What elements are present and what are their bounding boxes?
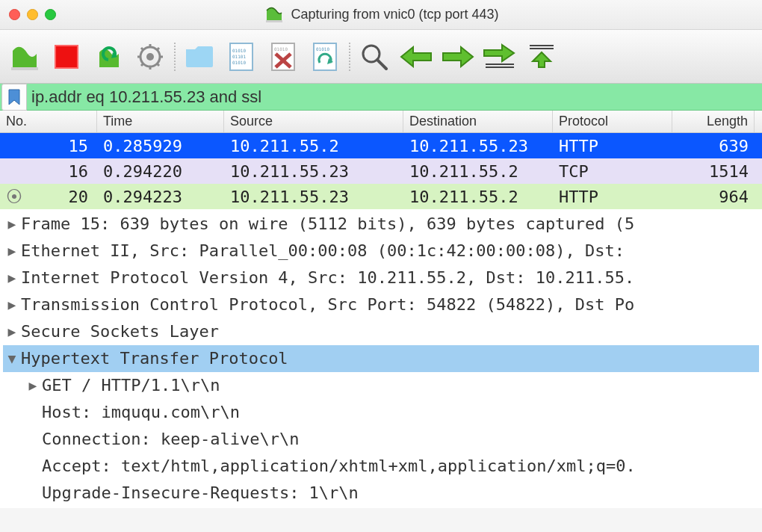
cell-src: 10.211.55.23 — [224, 159, 403, 184]
window-title: Capturing from vnic0 (tcp port 443) — [291, 7, 498, 22]
cell-proto: HTTP — [553, 134, 672, 158]
tree-item[interactable]: ▼Hypertext Transfer Protocol — [3, 345, 759, 372]
start-capture-button[interactable] — [6, 38, 43, 75]
column-source[interactable]: Source — [224, 111, 403, 132]
cell-dst: 10.211.55.23 — [403, 134, 553, 158]
svg-text:01010: 01010 — [232, 60, 246, 65]
window-controls — [9, 9, 56, 20]
open-file-button[interactable] — [181, 38, 218, 75]
display-filter-bar — [0, 84, 762, 111]
tree-label: Upgrade-Insecure-Requests: 1\r\n — [42, 480, 359, 507]
tree-item[interactable]: Host: imququ.com\r\n — [3, 399, 759, 426]
cell-no: 16 — [16, 162, 88, 181]
svg-line-9 — [141, 48, 143, 50]
tree-item[interactable]: Connection: keep-alive\r\n — [3, 426, 759, 453]
toolbar-separator — [173, 38, 176, 75]
tree-label: Host: imququ.com\r\n — [42, 399, 240, 426]
tree-label: Internet Protocol Version 4, Src: 10.211… — [21, 265, 634, 291]
tree-label: Frame 15: 639 bytes on wire (5112 bits),… — [21, 211, 634, 238]
svg-point-4 — [146, 53, 154, 61]
packet-row[interactable]: ⦿20 0.294223 10.211.55.23 10.211.55.2 HT… — [0, 184, 762, 209]
find-button[interactable] — [356, 38, 393, 75]
display-filter-input[interactable] — [27, 84, 762, 110]
svg-line-24 — [377, 60, 386, 69]
close-window-button[interactable] — [9, 9, 20, 20]
tree-label: Transmission Control Protocol, Src Port:… — [21, 291, 634, 318]
svg-rect-0 — [266, 20, 282, 22]
cell-dst: 10.211.55.2 — [403, 185, 553, 209]
cell-proto: HTTP — [553, 185, 672, 209]
svg-text:01010: 01010 — [316, 46, 329, 52]
disclosure-right-icon[interactable]: ▶ — [3, 238, 21, 265]
save-file-button[interactable]: 01010 01101 01010 — [223, 38, 260, 75]
disclosure-right-icon[interactable]: ▶ — [24, 372, 42, 399]
disclosure-down-icon[interactable]: ▼ — [3, 345, 21, 372]
tree-label: Accept: text/html,application/xhtml+xml,… — [42, 453, 636, 480]
packet-details-pane: ▶Frame 15: 639 bytes on wire (5112 bits)… — [0, 209, 762, 508]
tree-label: Ethernet II, Src: Parallel_00:00:08 (00:… — [21, 238, 625, 265]
svg-line-11 — [157, 48, 159, 50]
cell-time: 0.294223 — [97, 185, 224, 209]
go-back-button[interactable] — [397, 38, 435, 75]
column-destination[interactable]: Destination — [403, 111, 553, 132]
tree-item[interactable]: ▶Ethernet II, Src: Parallel_00:00:08 (00… — [3, 238, 759, 265]
column-no[interactable]: No. — [0, 111, 97, 132]
column-protocol[interactable]: Protocol — [553, 111, 672, 132]
toolbar: 01010 01101 01010 01010 01010 — [0, 30, 762, 84]
tree-item[interactable]: ▶GET / HTTP/1.1\r\n — [3, 372, 759, 399]
disclosure-right-icon[interactable]: ▶ — [3, 318, 21, 345]
bookmark-filter-icon[interactable] — [1, 84, 27, 111]
tree-item[interactable]: ▶Secure Sockets Layer — [3, 318, 759, 345]
titlebar: Capturing from vnic0 (tcp port 443) — [0, 0, 762, 30]
cell-no: 20 — [16, 188, 88, 206]
svg-line-10 — [157, 64, 159, 66]
cell-no: 15 — [16, 137, 88, 155]
cell-len: 639 — [672, 134, 755, 158]
tree-item[interactable]: Upgrade-Insecure-Requests: 1\r\n — [3, 480, 759, 507]
cell-time: 0.294220 — [97, 159, 224, 184]
cell-dst: 10.211.55.2 — [403, 159, 553, 184]
disclosure-right-icon[interactable]: ▶ — [3, 291, 21, 318]
capture-options-button[interactable] — [131, 38, 169, 75]
tree-item[interactable]: Accept: text/html,application/xhtml+xml,… — [3, 453, 759, 480]
svg-line-12 — [141, 64, 143, 66]
tree-item[interactable]: ▶Frame 15: 639 bytes on wire (5112 bits)… — [3, 211, 759, 238]
tree-label: Hypertext Transfer Protocol — [21, 345, 288, 372]
cell-src: 10.211.55.2 — [224, 134, 403, 158]
tree-item[interactable]: ▶Internet Protocol Version 4, Src: 10.21… — [3, 265, 759, 291]
svg-text:01101: 01101 — [232, 54, 246, 59]
cell-len: 1514 — [672, 159, 755, 184]
go-to-first-button[interactable] — [523, 38, 560, 75]
cell-src: 10.211.55.23 — [224, 185, 403, 209]
zoom-window-button[interactable] — [45, 9, 56, 20]
tree-item[interactable]: ▶Transmission Control Protocol, Src Port… — [3, 291, 759, 318]
cell-proto: TCP — [553, 159, 672, 184]
restart-capture-button[interactable] — [90, 38, 127, 75]
disclosure-right-icon[interactable]: ▶ — [3, 265, 21, 291]
packet-row[interactable]: 16 0.294220 10.211.55.23 10.211.55.2 TCP… — [0, 158, 762, 184]
tree-label: GET / HTTP/1.1\r\n — [42, 372, 220, 399]
minimize-window-button[interactable] — [27, 9, 38, 20]
svg-text:01010: 01010 — [232, 48, 246, 53]
go-forward-button[interactable] — [439, 38, 477, 75]
svg-rect-1 — [11, 67, 38, 70]
toolbar-separator — [348, 38, 351, 75]
go-to-packet-button[interactable] — [481, 38, 518, 75]
tree-label: Secure Sockets Layer — [21, 318, 219, 345]
svg-rect-2 — [55, 46, 78, 68]
close-file-button[interactable]: 01010 — [264, 38, 302, 75]
tree-label: Connection: keep-alive\r\n — [42, 426, 299, 453]
disclosure-right-icon[interactable]: ▶ — [3, 211, 21, 238]
column-length[interactable]: Length — [672, 111, 755, 132]
cell-len: 964 — [672, 185, 755, 209]
packet-list-header: No. Time Source Destination Protocol Len… — [0, 111, 762, 133]
stop-capture-button[interactable] — [48, 38, 85, 75]
packet-row[interactable]: 15 0.285929 10.211.55.2 10.211.55.23 HTT… — [0, 133, 762, 158]
reload-file-button[interactable]: 01010 — [306, 38, 344, 75]
column-time[interactable]: Time — [97, 111, 224, 132]
cell-time: 0.285929 — [97, 134, 224, 158]
svg-text:01010: 01010 — [274, 46, 288, 52]
wireshark-icon — [265, 6, 283, 24]
